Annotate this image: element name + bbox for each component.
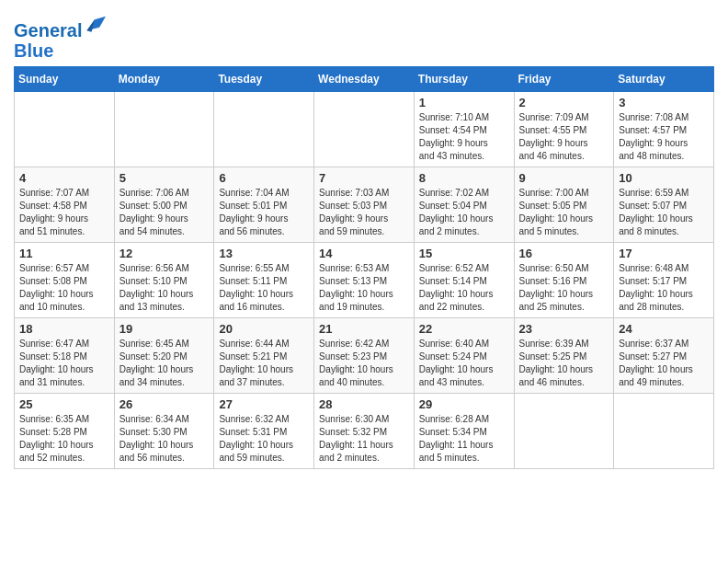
week-row-3: 11Sunrise: 6:57 AM Sunset: 5:08 PM Dayli… <box>15 243 714 318</box>
week-row-2: 4Sunrise: 7:07 AM Sunset: 4:58 PM Daylig… <box>15 167 714 243</box>
day-number: 12 <box>119 247 210 260</box>
day-number: 5 <box>119 171 210 185</box>
day-number: 27 <box>219 397 309 411</box>
day-cell: 5Sunrise: 7:06 AM Sunset: 5:00 PM Daylig… <box>114 167 214 243</box>
day-cell: 28Sunrise: 6:30 AM Sunset: 5:32 PM Dayli… <box>314 394 415 469</box>
day-cell: 2Sunrise: 7:09 AM Sunset: 4:55 PM Daylig… <box>514 92 614 167</box>
day-cell <box>214 92 314 167</box>
day-number: 2 <box>519 96 609 109</box>
day-detail: Sunrise: 6:28 AM Sunset: 5:34 PM Dayligh… <box>419 413 509 465</box>
day-detail: Sunrise: 6:34 AM Sunset: 5:30 PM Dayligh… <box>119 413 210 465</box>
logo-line1: General <box>14 20 82 40</box>
week-row-5: 25Sunrise: 6:35 AM Sunset: 5:28 PM Dayli… <box>15 394 714 469</box>
page-header: General Blue <box>14 9 714 61</box>
day-number: 28 <box>319 397 409 411</box>
day-detail: Sunrise: 7:07 AM Sunset: 4:58 PM Dayligh… <box>19 187 109 238</box>
day-cell: 6Sunrise: 7:04 AM Sunset: 5:01 PM Daylig… <box>214 167 314 243</box>
day-detail: Sunrise: 6:42 AM Sunset: 5:23 PM Dayligh… <box>319 338 409 389</box>
day-detail: Sunrise: 6:56 AM Sunset: 5:10 PM Dayligh… <box>119 262 210 314</box>
day-number: 15 <box>419 247 509 260</box>
day-detail: Sunrise: 6:39 AM Sunset: 5:25 PM Dayligh… <box>519 338 609 389</box>
header-sunday: Sunday <box>15 67 115 92</box>
day-detail: Sunrise: 6:53 AM Sunset: 5:13 PM Dayligh… <box>319 262 409 314</box>
day-cell: 27Sunrise: 6:32 AM Sunset: 5:31 PM Dayli… <box>214 394 314 469</box>
day-detail: Sunrise: 6:37 AM Sunset: 5:27 PM Dayligh… <box>619 338 709 389</box>
day-cell: 8Sunrise: 7:02 AM Sunset: 5:04 PM Daylig… <box>414 167 514 243</box>
day-detail: Sunrise: 6:59 AM Sunset: 5:07 PM Dayligh… <box>619 187 709 238</box>
day-detail: Sunrise: 7:02 AM Sunset: 5:04 PM Dayligh… <box>419 187 509 238</box>
day-cell: 29Sunrise: 6:28 AM Sunset: 5:34 PM Dayli… <box>414 394 514 469</box>
day-detail: Sunrise: 7:06 AM Sunset: 5:00 PM Dayligh… <box>119 187 210 238</box>
day-cell: 24Sunrise: 6:37 AM Sunset: 5:27 PM Dayli… <box>614 318 714 394</box>
day-number: 1 <box>419 96 509 109</box>
calendar-table: SundayMondayTuesdayWednesdayThursdayFrid… <box>14 66 714 469</box>
day-detail: Sunrise: 6:40 AM Sunset: 5:24 PM Dayligh… <box>419 338 509 389</box>
day-detail: Sunrise: 7:10 AM Sunset: 4:54 PM Dayligh… <box>419 111 509 163</box>
day-cell: 4Sunrise: 7:07 AM Sunset: 4:58 PM Daylig… <box>15 167 115 243</box>
day-detail: Sunrise: 6:35 AM Sunset: 5:28 PM Dayligh… <box>19 413 109 465</box>
header-row: SundayMondayTuesdayWednesdayThursdayFrid… <box>15 67 714 92</box>
day-cell: 9Sunrise: 7:00 AM Sunset: 5:05 PM Daylig… <box>514 167 614 243</box>
header-tuesday: Tuesday <box>214 67 314 92</box>
day-number: 11 <box>19 247 109 260</box>
day-cell: 17Sunrise: 6:48 AM Sunset: 5:17 PM Dayli… <box>614 243 714 318</box>
day-number: 21 <box>319 322 409 336</box>
day-detail: Sunrise: 6:55 AM Sunset: 5:11 PM Dayligh… <box>219 262 309 314</box>
day-number: 19 <box>119 322 210 336</box>
day-cell: 16Sunrise: 6:50 AM Sunset: 5:16 PM Dayli… <box>514 243 614 318</box>
day-number: 16 <box>519 247 609 260</box>
day-detail: Sunrise: 6:44 AM Sunset: 5:21 PM Dayligh… <box>219 338 309 389</box>
day-detail: Sunrise: 6:45 AM Sunset: 5:20 PM Dayligh… <box>119 338 210 389</box>
calendar-body: 1Sunrise: 7:10 AM Sunset: 4:54 PM Daylig… <box>15 92 714 469</box>
day-cell <box>15 92 115 167</box>
day-number: 18 <box>19 322 109 336</box>
day-cell: 25Sunrise: 6:35 AM Sunset: 5:28 PM Dayli… <box>15 394 115 469</box>
day-detail: Sunrise: 7:03 AM Sunset: 5:03 PM Dayligh… <box>319 187 409 238</box>
day-number: 20 <box>219 322 309 336</box>
day-number: 6 <box>219 171 309 185</box>
day-cell: 20Sunrise: 6:44 AM Sunset: 5:21 PM Dayli… <box>214 318 314 394</box>
day-detail: Sunrise: 6:48 AM Sunset: 5:17 PM Dayligh… <box>619 262 709 314</box>
day-detail: Sunrise: 7:00 AM Sunset: 5:05 PM Dayligh… <box>519 187 609 238</box>
day-cell: 18Sunrise: 6:47 AM Sunset: 5:18 PM Dayli… <box>15 318 115 394</box>
week-row-4: 18Sunrise: 6:47 AM Sunset: 5:18 PM Dayli… <box>15 318 714 394</box>
logo-bird-icon <box>84 15 106 37</box>
day-detail: Sunrise: 6:57 AM Sunset: 5:08 PM Dayligh… <box>19 262 109 314</box>
day-cell: 15Sunrise: 6:52 AM Sunset: 5:14 PM Dayli… <box>414 243 514 318</box>
day-number: 14 <box>319 247 409 260</box>
day-cell: 1Sunrise: 7:10 AM Sunset: 4:54 PM Daylig… <box>414 92 514 167</box>
day-detail: Sunrise: 6:52 AM Sunset: 5:14 PM Dayligh… <box>419 262 509 314</box>
day-cell: 14Sunrise: 6:53 AM Sunset: 5:13 PM Dayli… <box>314 243 415 318</box>
day-cell: 10Sunrise: 6:59 AM Sunset: 5:07 PM Dayli… <box>614 167 714 243</box>
day-number: 4 <box>19 171 109 185</box>
day-cell: 3Sunrise: 7:08 AM Sunset: 4:57 PM Daylig… <box>614 92 714 167</box>
day-detail: Sunrise: 7:08 AM Sunset: 4:57 PM Dayligh… <box>619 111 709 163</box>
day-number: 9 <box>519 171 609 185</box>
header-thursday: Thursday <box>414 67 514 92</box>
day-detail: Sunrise: 7:09 AM Sunset: 4:55 PM Dayligh… <box>519 111 609 163</box>
day-cell: 19Sunrise: 6:45 AM Sunset: 5:20 PM Dayli… <box>114 318 214 394</box>
day-cell: 26Sunrise: 6:34 AM Sunset: 5:30 PM Dayli… <box>114 394 214 469</box>
day-number: 22 <box>419 322 509 336</box>
day-cell: 12Sunrise: 6:56 AM Sunset: 5:10 PM Dayli… <box>114 243 214 318</box>
logo-line2: Blue <box>14 40 53 61</box>
day-number: 26 <box>119 397 210 411</box>
day-cell: 11Sunrise: 6:57 AM Sunset: 5:08 PM Dayli… <box>15 243 115 318</box>
day-number: 8 <box>419 171 509 185</box>
header-monday: Monday <box>114 67 214 92</box>
logo-text: General Blue <box>14 15 106 61</box>
header-friday: Friday <box>514 67 614 92</box>
day-detail: Sunrise: 6:32 AM Sunset: 5:31 PM Dayligh… <box>219 413 309 465</box>
day-number: 29 <box>419 397 509 411</box>
day-number: 17 <box>619 247 709 260</box>
day-number: 25 <box>19 397 109 411</box>
day-number: 23 <box>519 322 609 336</box>
day-detail: Sunrise: 6:50 AM Sunset: 5:16 PM Dayligh… <box>519 262 609 314</box>
day-number: 3 <box>619 96 709 109</box>
day-number: 24 <box>619 322 709 336</box>
day-cell: 7Sunrise: 7:03 AM Sunset: 5:03 PM Daylig… <box>314 167 415 243</box>
day-detail: Sunrise: 6:30 AM Sunset: 5:32 PM Dayligh… <box>319 413 409 465</box>
day-detail: Sunrise: 6:47 AM Sunset: 5:18 PM Dayligh… <box>19 338 109 389</box>
day-detail: Sunrise: 7:04 AM Sunset: 5:01 PM Dayligh… <box>219 187 309 238</box>
day-cell <box>614 394 714 469</box>
